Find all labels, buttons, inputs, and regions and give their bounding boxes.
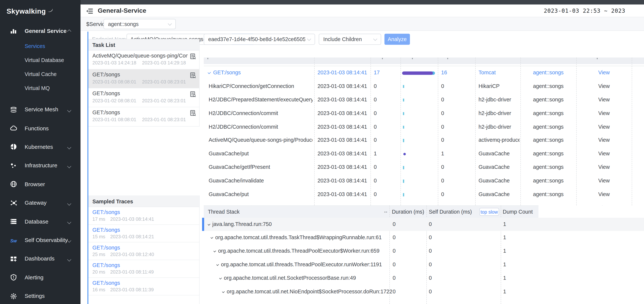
view-link[interactable]: View [576,134,632,147]
chevron-down-icon[interactable] [222,290,224,293]
sidebar-item-kubernetes[interactable]: Kubernetes [0,138,80,156]
chevron-down-icon[interactable] [208,222,210,226]
duration-bar [403,126,404,129]
segment-row[interactable]: GuavaCache/put 2023-01-03 08:14:41 0 0 G… [204,188,644,201]
sidebar-item-virtual-database[interactable]: Virtual Database [0,53,80,67]
stack-frame-row[interactable]: org.apache.tomcat.util.threads.ThreadPoo… [204,244,644,258]
thread-stack-rows: java.lang.Thread.run:750 0 0 1 org.apach… [204,218,644,298]
segment-self-count: 0 [441,93,474,106]
view-link[interactable]: View [576,120,632,134]
view-link[interactable]: View [576,147,632,160]
stack-frame: org.apache.tomcat.util.net.SocketProcess… [224,275,356,281]
segment-row[interactable]: GuavaCache/invalidate 2023-01-03 08:14:4… [204,174,644,188]
stack-frame-row[interactable]: org.apache.tomcat.util.threads.TaskThrea… [204,231,644,244]
stack-frame-row[interactable]: java.lang.Thread.run:750 0 0 1 [204,218,644,231]
sidebar-item-browser[interactable]: Browser [0,175,80,194]
stack-frame-row[interactable]: org.apache.tomcat.util.threads.ThreadPoo… [204,258,644,272]
sidebar-item-virtual-mq[interactable]: Virtual MQ [0,81,80,95]
view-link[interactable]: View [576,66,632,80]
segment-row[interactable]: H2/JDBC/Connection/commit 2023-01-03 08:… [204,106,644,120]
task-list-item[interactable]: GET:/songs 2023-01-01 08:08:01 2023-01-0… [88,107,199,126]
view-link[interactable]: View [576,161,632,174]
view-link[interactable]: View [576,201,632,206]
task-list-item[interactable]: GET:/songs 2023-01-02 08:08:01 2023-01-0… [88,88,199,107]
sidebar-item-functions[interactable]: Functions [0,119,80,138]
task-list-item[interactable]: GET:/songs 2023-01-03 08:08:01 2023-01-0… [88,70,199,88]
view-link[interactable]: View [576,188,632,201]
sidebar-item-general-service[interactable]: General Service [0,22,80,39]
trace-link[interactable]: GET:/songs [92,280,195,286]
view-logs-icon[interactable] [190,91,196,97]
sidebar-item-alerting[interactable]: Alerting [0,268,80,287]
view-logs-icon[interactable] [190,54,196,60]
chevron-down-icon[interactable] [211,236,213,239]
stack-frame: org.apache.tomcat.util.threads.TaskThrea… [215,234,382,240]
trace-time: 2023-01-03 08:12:40 [110,252,154,257]
segment-row[interactable]: GET:/songs 2023-01-03 08:14:41 17 16 Tom… [204,66,644,80]
segment-row[interactable]: ActiveMQ/Queue/queue-songs-ping/Producer… [204,134,644,147]
segment-row-clipped[interactable]: GuavaCache/getIfPresent 2023-01-03 08:14… [204,201,644,206]
segment-component: GuavaCache [478,161,520,174]
task-end-time: 2023-01-01 08:23:01 [142,117,186,122]
view-link[interactable]: View [576,93,632,106]
task-start-time: 2023-01-03 14:24:18 [92,60,136,65]
trace-list-item[interactable]: GET:/songs 17 ms 2023-01-03 08:14:41 [88,207,199,225]
trace-link[interactable]: GET:/songs [92,244,195,250]
view-logs-icon[interactable] [190,72,196,78]
task-list-title: Task List [88,40,199,50]
chevron-down-icon[interactable] [216,263,219,266]
trace-list-item[interactable]: GET:/songs 25 ms 2023-01-03 08:12:40 [88,242,199,260]
segment-row[interactable]: H2/JDBC/Connection/commit 2023-01-03 08:… [204,120,644,134]
stack-frame-row[interactable]: org.apache.tomcat.util.net.SocketProcess… [204,272,644,285]
task-list-item[interactable]: ActiveMQ/Queue/queue-songs-ping/Consumer… [88,50,199,70]
segment-self-count: 1 [441,147,474,160]
frame-dump-count: 1 [503,285,536,298]
segment-component: h2-jdbc-driver [478,120,520,134]
sidebar-item-dashboards[interactable]: Dashboards [0,250,80,268]
segment-row[interactable]: H2/JDBC/PreparedStatement/executeQuery 2… [204,93,644,106]
task-list-panel: Task List ActiveMQ/Queue/queue-songs-pin… [88,39,200,126]
segment-row[interactable]: HikariCP/Connection/getConnection 2023-0… [204,80,644,93]
trace-link[interactable]: GET:/songs [92,209,195,215]
segment-row[interactable]: GuavaCache/put 2023-01-03 08:14:41 1 1 G… [204,147,644,160]
sidebar-item-infrastructure[interactable]: Infrastructure [0,156,80,175]
analyze-scope-select[interactable]: Include Children [319,34,381,45]
sidebar-item-settings[interactable]: Settings [0,287,80,304]
time-range-picker[interactable]: 2023-01-03 22:53 ~ 2023 [544,8,625,14]
view-link[interactable]: View [576,174,632,188]
trace-link[interactable]: GET:/songs [92,262,195,268]
trace-list-item[interactable]: GET:/songs 16 ms 2023-01-03 08:11:39 [88,278,199,296]
view-link[interactable]: View [576,106,632,120]
menu-fold-icon[interactable] [86,8,93,14]
thread-stack-header: Thread Stack ↔ Duration (ms) Self Durati… [204,206,538,218]
sidebar-item-self-observability[interactable]: Sw Self Observability [0,231,80,250]
segment-row[interactable]: GuavaCache/getIfPresent 2023-01-03 08:14… [204,161,644,174]
service-select[interactable]: agent::songs [104,19,176,29]
view-logs-icon[interactable] [190,110,196,116]
trace-id-select[interactable]: eaed37e7-1d4e-4f50-be8d-14e52ce6505b [204,34,315,45]
chevron-down-icon[interactable] [208,70,211,74]
chevron-down-icon[interactable] [214,250,216,252]
trace-list-item[interactable]: GET:/songs 15 ms 2023-01-03 08:14:21 [88,225,199,242]
segment-service: agent::songs [520,201,576,206]
trace-list-item[interactable]: GET:/songs 20 ms 2023-01-03 08:11:49 [88,260,199,278]
sidebar-item-service-mesh[interactable]: Service Mesh [0,100,80,119]
stack-frame: org.apache.tomcat.util.threads.ThreadPoo… [221,262,382,268]
sidebar-item-services[interactable]: Services [0,39,80,53]
trace-link[interactable]: GET:/songs [92,227,195,233]
content-area: Endpoint Name: Search New Task Task List… [80,31,644,304]
sidebar-item-gateway[interactable]: Gateway [0,194,80,212]
analyze-button[interactable]: Analyze [384,34,410,45]
cluster-dots-icon [10,162,17,169]
chevron-down-icon[interactable] [219,276,222,280]
segment-self-count: 0 [441,134,474,147]
sidebar-item-virtual-cache[interactable]: Virtual Cache [0,67,80,81]
pane-divider[interactable] [88,32,88,304]
stack-frame-row[interactable]: org.apache.tomcat.util.net.NioEndpoint$S… [204,285,644,298]
top-slow-button[interactable]: top slow [479,208,499,216]
sidebar-item-label: Dashboards [25,256,54,262]
segment-endpoint[interactable]: GET:/songs [213,70,241,76]
sidebar-item-database[interactable]: Database [0,212,80,231]
view-link[interactable]: View [576,80,632,93]
resize-columns-icon[interactable]: ↔ [383,208,388,214]
